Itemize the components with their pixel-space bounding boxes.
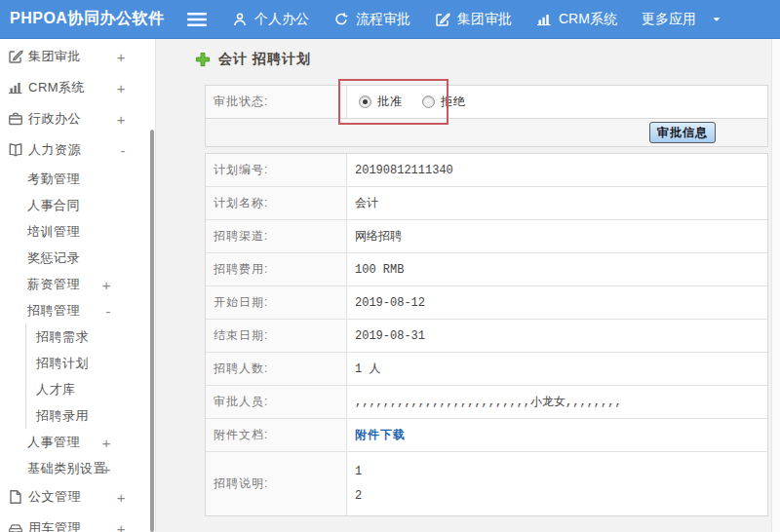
table-row: 附件文档:附件下载 — [206, 419, 767, 452]
sidebar-item-label: 培训管理 — [27, 223, 80, 241]
caret-down-icon — [711, 14, 722, 25]
nav-item-label: 集团审批 — [457, 11, 512, 28]
sidebar-item-salary[interactable]: 薪资管理+ — [0, 271, 155, 297]
sidebar-item-label: 考勤管理 — [27, 171, 80, 188]
row-value: 12 — [347, 452, 767, 515]
expand-plus-icon[interactable]: + — [117, 489, 126, 506]
table-row: 招聘费用:100 RMB — [206, 253, 767, 286]
sidebar-item-base-category[interactable]: 基础类别设置+ — [0, 455, 155, 481]
sidebar-item-document-mgmt[interactable]: 公文管理+ — [0, 481, 155, 513]
table-row: 开始日期:2019-08-12 — [206, 286, 767, 320]
row-label: 招聘渠道: — [206, 220, 347, 252]
expand-plus-icon[interactable]: + — [117, 49, 126, 65]
sidebar-item-label: 行政办公 — [28, 110, 81, 128]
row-value: 2019-08-31 — [347, 320, 767, 352]
sidebar-item-recruit-plan[interactable]: 招聘计划 — [0, 350, 155, 376]
collapse-minus-icon[interactable]: - — [121, 142, 127, 159]
sidebar-item-recruit-demand[interactable]: 招聘需求 — [0, 323, 155, 350]
sidebar-item-personnel-mgmt[interactable]: 人事管理+ — [0, 429, 155, 455]
radio-selected-icon[interactable] — [359, 95, 371, 108]
redo-arrow-icon — [333, 12, 349, 27]
sidebar-item-label: 人事合同 — [27, 197, 80, 214]
expand-plus-icon[interactable]: + — [102, 434, 111, 450]
sidebar-item-crm[interactable]: CRM系统+ — [0, 72, 155, 103]
sidebar-item-label: 人事管理 — [27, 434, 80, 451]
row-label: 招聘说明: — [206, 452, 347, 515]
sidebar-item-label: 招聘需求 — [36, 328, 89, 346]
nav-item-label: 流程审批 — [356, 11, 410, 28]
sidebar-item-label: 招聘管理 — [27, 302, 80, 320]
table-row: 计划编号:20190812111340 — [206, 154, 767, 187]
table-row: 结束日期:2019-08-31 — [206, 320, 767, 353]
sidebar-item-label: 人力资源 — [28, 141, 81, 159]
sidebar-item-recruit-mgmt[interactable]: 招聘管理- — [0, 297, 155, 323]
sidebar-item-hr[interactable]: 人力资源- — [0, 134, 155, 166]
approval-actions-bar: 审批信息 — [206, 119, 767, 146]
edit-icon — [435, 12, 450, 27]
row-value: 1 人 — [347, 353, 767, 385]
nav-item-label: 更多应用 — [642, 11, 696, 28]
car-icon — [8, 520, 23, 532]
expand-plus-icon[interactable]: + — [117, 111, 126, 128]
nav-crm[interactable]: CRM系统 — [536, 11, 617, 28]
row-value: 会计 — [347, 187, 767, 219]
sidebar-item-reward-punishment[interactable]: 奖惩记录 — [0, 245, 155, 271]
radio-unselected-icon[interactable] — [422, 95, 435, 108]
sidebar-scrollbar[interactable] — [150, 130, 154, 532]
nav-process-approval[interactable]: 流程审批 — [333, 11, 410, 28]
hamburger-menu-icon[interactable] — [187, 12, 207, 27]
row-value: 100 RMB — [347, 253, 767, 285]
row-label: 计划名称: — [206, 187, 347, 219]
nav-group-approval[interactable]: 集团审批 — [435, 11, 512, 28]
plus-icon — [195, 52, 211, 67]
approval-info-button[interactable]: 审批信息 — [649, 122, 716, 143]
radio-option-label: 拒绝 — [441, 94, 466, 110]
app-title: PHPOA协同办公软件 — [0, 9, 187, 29]
row-label: 审批人员: — [206, 386, 347, 418]
expand-plus-icon[interactable]: + — [117, 80, 126, 96]
row-value: 网络招聘 — [347, 220, 767, 252]
sidebar-item-vehicle-mgmt[interactable]: 用车管理+ — [0, 513, 155, 532]
row-label: 结束日期: — [206, 320, 347, 352]
radio-option-label: 批准 — [377, 94, 403, 110]
main-scrollbar-track[interactable] — [771, 39, 780, 532]
table-row: 招聘人数:1 人 — [206, 353, 767, 386]
row-value: 20190812111340 — [347, 154, 767, 186]
nav-more-apps[interactable]: 更多应用 — [642, 11, 722, 28]
sidebar-item-label: 招聘录用 — [36, 407, 89, 425]
sidebar-item-recruit-hire[interactable]: 招聘录用 — [0, 402, 155, 429]
row-label: 招聘人数: — [206, 353, 347, 385]
row-label: 计划编号: — [206, 154, 347, 186]
sidebar-item-label: 奖惩记录 — [27, 249, 80, 267]
expand-plus-icon[interactable]: + — [102, 276, 111, 292]
page-title: 会计 招聘计划 — [218, 51, 311, 68]
approval-option-reject[interactable]: 拒绝 — [422, 94, 466, 110]
nav-personal-office[interactable]: 个人办公 — [232, 11, 309, 28]
sidebar-item-group-approval[interactable]: 集团审批+ — [0, 41, 155, 72]
expand-plus-icon[interactable]: + — [117, 520, 126, 532]
sidebar-item-training[interactable]: 培训管理 — [0, 218, 155, 245]
attachment-download-link[interactable]: 附件下载 — [355, 427, 406, 443]
sidebar-item-label: 人才库 — [36, 381, 76, 399]
sidebar-item-label: 薪资管理 — [27, 276, 80, 293]
sidebar-item-admin-office[interactable]: 行政办公+ — [0, 103, 155, 134]
row-value: ,,,,,,,,,,,,,,,,,,,,,,,,,小龙女,,,,,,,, — [347, 386, 767, 418]
expand-plus-icon[interactable]: + — [102, 460, 111, 476]
approval-status-options: 批准拒绝 — [347, 86, 767, 118]
sidebar-item-talent-pool[interactable]: 人才库 — [0, 376, 155, 402]
top-nav: 个人办公流程审批集团审批CRM系统更多应用 — [232, 11, 722, 28]
plan-details-table: 计划编号:20190812111340计划名称:会计招聘渠道:网络招聘招聘费用:… — [205, 153, 768, 516]
row-label: 招聘费用: — [206, 253, 347, 285]
approval-status-label: 审批状态: — [206, 86, 347, 118]
sidebar-item-attendance[interactable]: 考勤管理 — [0, 166, 155, 192]
approval-option-approve[interactable]: 批准 — [359, 94, 403, 110]
collapse-minus-icon[interactable]: - — [106, 302, 112, 319]
sidebar-item-label: 公文管理 — [28, 488, 81, 506]
row-label: 附件文档: — [206, 419, 347, 451]
document-icon — [8, 489, 23, 505]
table-row: 审批人员:,,,,,,,,,,,,,,,,,,,,,,,,,小龙女,,,,,,,… — [206, 386, 767, 419]
sidebar: 集团审批+CRM系统+行政办公+人力资源-考勤管理人事合同培训管理奖惩记录薪资管… — [0, 39, 156, 532]
sidebar-item-hr-contract[interactable]: 人事合同 — [0, 192, 155, 218]
sidebar-item-label: 招聘计划 — [36, 355, 89, 372]
sidebar-item-label: CRM系统 — [28, 79, 85, 96]
